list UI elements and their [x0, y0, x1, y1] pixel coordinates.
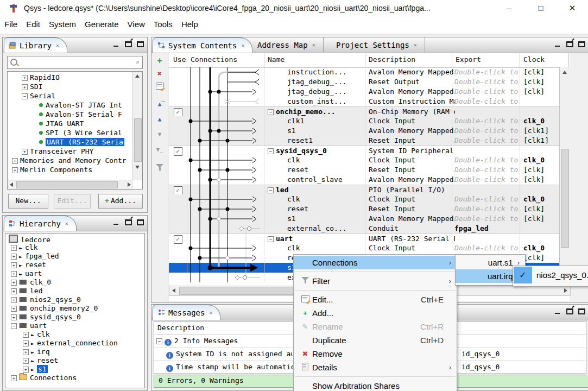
- menubar-item-tools[interactable]: Tools: [149, 16, 177, 29]
- edit-component-icon[interactable]: [154, 81, 165, 92]
- export-cell[interactable]: Double-click to: [452, 165, 522, 175]
- tree-twisty-icon[interactable]: +: [11, 262, 17, 268]
- tree-twisty-icon[interactable]: +: [11, 254, 17, 260]
- add-button[interactable]: +Add...: [98, 194, 143, 209]
- window-minimize-button[interactable]: –: [497, 0, 522, 16]
- tab-messages-close-icon[interactable]: ✕: [208, 310, 212, 316]
- hierarchy-item[interactable]: +►clk: [8, 243, 143, 252]
- export-cell[interactable]: Double-click to: [452, 194, 522, 204]
- tree-twisty-icon[interactable]: +: [23, 358, 29, 364]
- tree-twisty-icon[interactable]: +: [11, 271, 17, 277]
- remove-component-icon[interactable]: ✖: [154, 68, 165, 79]
- hierarchy-item[interactable]: +►external_connection: [8, 339, 143, 348]
- library-item[interactable]: +Memories and Memory Contr: [9, 156, 132, 165]
- library-float-icon[interactable]: [125, 41, 132, 47]
- library-maximize-icon[interactable]: [137, 41, 144, 47]
- export-cell[interactable]: [452, 146, 522, 156]
- export-cell[interactable]: Double-click to: [452, 87, 522, 97]
- tab-close-icon[interactable]: ✕: [240, 42, 244, 48]
- use-checkbox[interactable]: ✓: [174, 186, 182, 195]
- library-minimize-icon[interactable]: [113, 41, 120, 47]
- hierarchy-item[interactable]: +led: [8, 287, 143, 295]
- tree-twisty-icon[interactable]: +: [22, 84, 28, 90]
- hierarchy-item[interactable]: +►reset: [8, 356, 143, 365]
- menubar-item-view[interactable]: View: [123, 16, 149, 29]
- library-item[interactable]: JTAG UART: [9, 119, 132, 128]
- table-row[interactable]: reset1Reset InputDouble-click to[clk1]: [169, 136, 568, 146]
- table-row[interactable]: resetReset InputDouble-click to[clk]: [169, 204, 568, 214]
- menu-item-rename[interactable]: ✎RenameCtrl+R: [294, 320, 457, 333]
- table-row[interactable]: jtag_debug_...Reset OutputDouble-click t…: [169, 77, 568, 87]
- hierarchy-item[interactable]: −uart: [8, 321, 143, 330]
- export-cell[interactable]: Double-click to: [452, 67, 522, 77]
- export-cell[interactable]: [452, 107, 522, 117]
- use-checkbox[interactable]: ✓: [174, 235, 182, 244]
- tree-twisty-icon[interactable]: +: [11, 306, 17, 312]
- use-checkbox[interactable]: ✓: [174, 147, 182, 156]
- menubar-item-file[interactable]: File: [0, 16, 22, 29]
- hierarchy-float-icon[interactable]: [125, 219, 132, 225]
- menu-item-details[interactable]: Details›: [294, 361, 457, 374]
- export-cell[interactable]: Double-click to: [452, 175, 522, 185]
- tab-messages[interactable]: Messages ✕: [153, 305, 220, 320]
- tree-twisty-icon[interactable]: +: [11, 375, 17, 381]
- library-horizontal-scrollbar[interactable]: [8, 180, 133, 189]
- add-component-icon[interactable]: +: [154, 55, 165, 66]
- hierarchy-item[interactable]: +►s1: [8, 365, 143, 374]
- table-row[interactable]: external_co...Conduitfpga_led: [169, 224, 568, 234]
- messages-minimize-icon[interactable]: [554, 308, 561, 314]
- tree-twisty-icon[interactable]: +: [22, 149, 28, 155]
- menu-item-add[interactable]: +Add...: [294, 306, 457, 320]
- menu-item-duplicate[interactable]: DuplicateCtrl+D: [294, 333, 457, 347]
- messages-float-icon[interactable]: [566, 308, 573, 314]
- new-button[interactable]: New...: [8, 194, 48, 209]
- move-bottom-icon[interactable]: ▼̲: [154, 144, 165, 155]
- table-row[interactable]: instruction...Avalon Memory Mapped ...Do…: [169, 67, 568, 77]
- export-cell[interactable]: Double-click to: [452, 155, 522, 165]
- tree-twisty-icon[interactable]: +: [23, 340, 29, 346]
- tree-twisty-icon[interactable]: +: [23, 349, 29, 355]
- export-cell[interactable]: [452, 185, 522, 195]
- tree-twisty-icon[interactable]: +: [11, 280, 17, 286]
- table-row[interactable]: ✓−uartUART (RS-232 Serial P...: [169, 234, 568, 244]
- table-row[interactable]: clkClock InputDouble-click toclk_0: [169, 194, 568, 204]
- tree-twisty-icon[interactable]: +: [11, 297, 17, 303]
- menubar-item-edit[interactable]: Edit: [22, 16, 45, 29]
- tab-system-contents[interactable]: System Contents✕: [153, 37, 252, 53]
- export-cell[interactable]: Double-click to: [452, 97, 522, 106]
- collapse-icon[interactable]: −: [156, 338, 162, 344]
- hierarchy-item[interactable]: +►fpga_led: [8, 252, 143, 261]
- table-row[interactable]: ✓−sysid_qsys_0System ID Peripheral: [169, 146, 568, 156]
- menubar-item-system[interactable]: System: [45, 16, 80, 29]
- hierarchy-item[interactable]: +►uart: [8, 269, 143, 278]
- export-cell[interactable]: Double-click to: [452, 204, 522, 214]
- table-vertical-scrollbar[interactable]: [559, 67, 570, 282]
- menu-item-edit[interactable]: Edit...Ctrl+E: [294, 293, 457, 306]
- export-cell[interactable]: Double-click to: [452, 126, 522, 136]
- table-row[interactable]: control_slaveAvalon Memory Mapped ...Dou…: [169, 175, 568, 185]
- table-row[interactable]: clkClock InputDouble-click toclk_0: [169, 243, 568, 253]
- library-vertical-scrollbar[interactable]: [132, 72, 142, 180]
- hierarchy-item[interactable]: +onchip_memory2_0: [8, 304, 143, 313]
- export-cell[interactable]: Double-click to: [452, 243, 522, 253]
- submenu-item-nios2-qsys-0-d[interactable]: ✓nios2_qsys_0.d: [514, 267, 588, 283]
- hierarchy-item[interactable]: +►reset: [8, 261, 143, 269]
- collapse-icon[interactable]: −: [268, 236, 274, 242]
- window-close-button[interactable]: ✕: [560, 0, 585, 16]
- table-row[interactable]: clkClock InputDouble-click toclk_0: [169, 155, 568, 165]
- menubar-item-help[interactable]: Help: [177, 16, 203, 29]
- library-item[interactable]: Avalon-ST JTAG Int: [9, 100, 132, 110]
- tree-twisty-icon[interactable]: +: [22, 75, 28, 81]
- library-item[interactable]: +SDI: [9, 82, 132, 91]
- menu-item-connections[interactable]: Connections›: [294, 256, 457, 269]
- menubar-item-generate[interactable]: Generate: [80, 16, 123, 29]
- export-cell[interactable]: fpga_led: [452, 224, 522, 234]
- move-up-icon[interactable]: ▲: [154, 114, 165, 125]
- tree-twisty-icon[interactable]: +: [11, 245, 17, 251]
- tree-twisty-icon[interactable]: +: [23, 367, 29, 373]
- hierarchy-item[interactable]: +sysid_qsys_0: [8, 313, 143, 321]
- edit-button[interactable]: Edit...: [54, 194, 91, 209]
- tree-twisty-icon[interactable]: −: [11, 323, 17, 329]
- tab-library[interactable]: Library ✕: [4, 37, 67, 53]
- table-row[interactable]: ✓−onchip_memo...On-Chip Memory (RAM o...: [169, 106, 568, 117]
